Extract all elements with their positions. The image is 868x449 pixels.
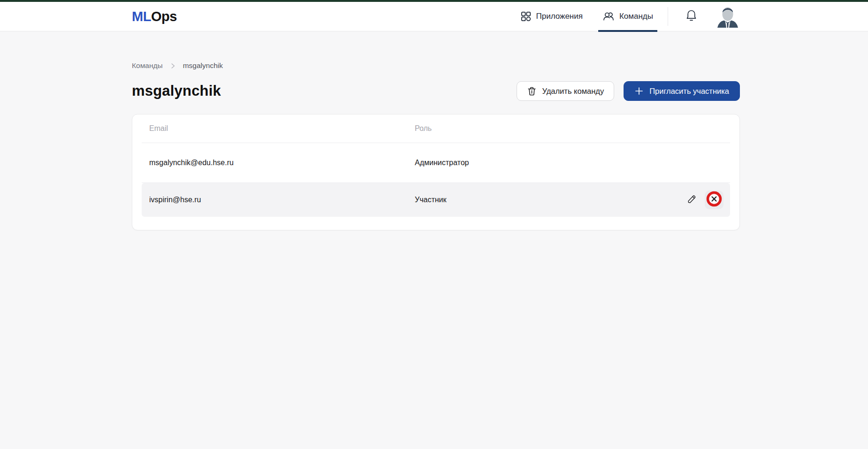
main-nav: Приложения Команды (505, 2, 658, 31)
member-email: ivspirin@hse.ru (142, 196, 415, 204)
member-role: Администратор (415, 159, 730, 167)
user-avatar[interactable] (716, 5, 739, 28)
breadcrumb-current: msgalynchik (183, 61, 223, 70)
table-row-member[interactable]: ivspirin@hse.ru Участник (142, 183, 730, 217)
notifications-button[interactable] (685, 9, 698, 24)
delete-team-button[interactable]: Удалить команду (517, 81, 614, 101)
breadcrumb: Команды msgalynchik (132, 61, 740, 70)
row-actions (686, 190, 730, 209)
invite-member-button[interactable]: Пригласить участника (624, 81, 740, 101)
nav-item-applications[interactable]: Приложения (516, 2, 587, 31)
page-title: msgalynchik (132, 83, 221, 99)
title-row: msgalynchik Удалить команду (132, 81, 740, 101)
table-header-row: Email Роль (142, 114, 730, 143)
table-row-admin[interactable]: msgalynchik@edu.hse.ru Администратор (142, 143, 730, 183)
remove-x-circle-icon (706, 190, 723, 209)
chevron-right-icon (169, 62, 176, 69)
nav-item-teams-label: Команды (619, 12, 653, 21)
column-header-role: Роль (415, 124, 730, 133)
app-logo[interactable]: MLOps (132, 9, 177, 24)
header-divider (668, 7, 668, 26)
invite-member-label: Пригласить участника (649, 87, 729, 96)
trash-icon (527, 86, 537, 96)
logo-ml: ML (132, 9, 151, 24)
nav-item-teams[interactable]: Команды (598, 2, 657, 31)
nav-item-applications-label: Приложения (536, 12, 583, 21)
app-header: MLOps Приложения (0, 2, 868, 31)
title-actions: Удалить команду Пригласить участника (517, 81, 740, 101)
breadcrumb-teams-link[interactable]: Команды (132, 61, 163, 70)
page-content: Команды msgalynchik msgalynchik Удалить (132, 31, 740, 230)
delete-team-label: Удалить команду (542, 87, 604, 96)
bell-icon (685, 9, 698, 24)
edit-member-button[interactable] (686, 194, 697, 206)
grid-icon (520, 11, 532, 22)
column-header-email: Email (142, 124, 415, 133)
remove-member-button[interactable] (705, 190, 723, 209)
pencil-icon (686, 194, 697, 206)
member-role: Участник (415, 196, 686, 204)
people-icon (602, 10, 615, 23)
plus-icon (634, 86, 644, 96)
logo-ops: Ops (151, 9, 177, 24)
member-email: msgalynchik@edu.hse.ru (142, 159, 415, 167)
members-table-card: Email Роль msgalynchik@edu.hse.ru Админи… (132, 114, 740, 230)
